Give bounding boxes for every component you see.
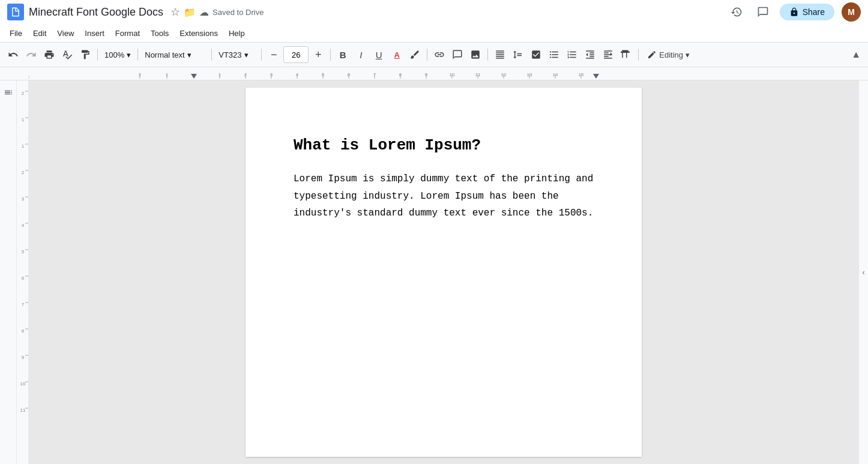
comment-button[interactable] (449, 46, 466, 64)
menu-help[interactable]: Help (224, 27, 250, 40)
menu-file[interactable]: File (5, 27, 27, 40)
text-style-arrow: ▾ (187, 50, 191, 59)
checklist-button[interactable] (528, 46, 544, 64)
divider-5 (330, 49, 331, 61)
editing-mode-select[interactable]: Editing ▾ (642, 50, 695, 59)
comments-button[interactable] (753, 2, 773, 22)
font-size-input[interactable]: 26 (283, 46, 309, 63)
divider-4 (261, 49, 262, 61)
ruler: 2 1 1 2 3 4 5 6 7 8 9 (0, 67, 868, 80)
left-margin (0, 80, 17, 464)
link-button[interactable] (431, 46, 448, 64)
app-icon (7, 4, 24, 20)
avatar[interactable]: M (842, 2, 861, 22)
document-page: What is Lorem Ipsum? Lorem Ipsum is simp… (246, 88, 642, 457)
sidebar-collapse-arrow: ‹ (863, 268, 865, 277)
document-body[interactable]: Lorem Ipsum is simply dummy text of the … (294, 170, 594, 222)
line-spacing-button[interactable] (510, 46, 526, 64)
star-icon[interactable]: ☆ (170, 5, 180, 19)
main-content: 2 1 1 2 3 4 5 6 7 8 9 (0, 80, 868, 464)
image-button[interactable] (467, 46, 484, 64)
menu-tools[interactable]: Tools (146, 27, 173, 40)
title-icons: ☆ 📁 ☁ Saved to Drive (170, 5, 264, 19)
divider-1 (97, 49, 98, 61)
text-color-button[interactable]: A (388, 46, 405, 64)
toolbar: 100% ▾ Normal text ▾ VT323 ▾ − 26 + B I … (0, 42, 868, 67)
svg-marker-36 (593, 74, 599, 79)
paint-format-button[interactable] (77, 46, 94, 64)
saved-label: Saved to Drive (212, 8, 264, 17)
svg-text:6: 6 (21, 276, 24, 281)
svg-text:5: 5 (21, 249, 24, 255)
underline-button[interactable]: U (370, 46, 387, 64)
align-button[interactable] (492, 46, 508, 64)
svg-text:4: 4 (21, 223, 24, 228)
menu-insert[interactable]: Insert (80, 27, 109, 40)
zoom-arrow: ▾ (127, 50, 131, 59)
document-area[interactable]: What is Lorem Ipsum? Lorem Ipsum is simp… (29, 80, 858, 464)
menu-extensions[interactable]: Extensions (175, 27, 223, 40)
font-size-minus[interactable]: − (265, 46, 282, 64)
bold-button[interactable]: B (334, 46, 351, 64)
zoom-select[interactable]: 100% ▾ (101, 46, 134, 64)
svg-text:10: 10 (20, 381, 25, 387)
menu-view[interactable]: View (52, 27, 79, 40)
cloud-icon: ☁ (199, 7, 209, 18)
indent-less-button[interactable] (582, 46, 598, 64)
svg-text:7: 7 (21, 302, 24, 307)
menu-bar: File Edit View Insert Format Tools Exten… (0, 24, 868, 42)
title-right: Share M (727, 2, 861, 22)
doc-title[interactable]: Minecraft Font Google Docs (29, 6, 163, 19)
svg-text:8: 8 (21, 328, 24, 334)
divider-3 (211, 49, 212, 61)
redo-button[interactable] (23, 46, 40, 64)
svg-text:2: 2 (21, 91, 24, 96)
text-style-select[interactable]: Normal text ▾ (142, 46, 208, 64)
undo-button[interactable] (5, 46, 22, 64)
svg-text:9: 9 (21, 355, 24, 360)
share-label: Share (803, 7, 825, 17)
print-button[interactable] (41, 46, 58, 64)
zoom-value: 100% (104, 50, 124, 59)
editing-arrow: ▾ (686, 50, 690, 59)
menu-edit[interactable]: Edit (28, 27, 51, 40)
toolbar-collapse-button[interactable]: ▲ (849, 47, 863, 62)
outline-icon[interactable] (4, 88, 13, 99)
svg-text:2: 2 (21, 170, 24, 175)
font-select[interactable]: VT323 ▾ (215, 46, 258, 64)
ruler-inner: 2 1 1 2 3 4 5 6 7 8 9 (29, 68, 868, 80)
divider-7 (487, 49, 488, 61)
clear-format-button[interactable] (618, 46, 634, 64)
history-button[interactable] (727, 2, 746, 22)
svg-text:3: 3 (21, 196, 24, 202)
numbered-list-button[interactable] (564, 46, 580, 64)
highlight-button[interactable] (406, 46, 423, 64)
svg-text:1: 1 (21, 117, 24, 122)
text-style-label: Normal text (145, 50, 184, 59)
right-sidebar-toggle[interactable]: ‹ (858, 80, 868, 464)
svg-text:1: 1 (21, 143, 24, 149)
font-label: VT323 (219, 50, 241, 59)
divider-2 (137, 49, 138, 61)
bullet-list-button[interactable] (546, 46, 562, 64)
svg-text:11: 11 (20, 408, 25, 413)
share-button[interactable]: Share (780, 4, 834, 20)
font-arrow: ▾ (244, 50, 249, 59)
document-heading[interactable]: What is Lorem Ipsum? (294, 136, 594, 156)
title-bar: Minecraft Font Google Docs ☆ 📁 ☁ Saved t… (0, 0, 868, 24)
editing-label: Editing (659, 50, 683, 59)
font-size-plus[interactable]: + (310, 46, 327, 64)
italic-button[interactable]: I (352, 46, 369, 64)
indent-more-button[interactable] (600, 46, 616, 64)
divider-6 (427, 49, 427, 61)
svg-marker-35 (191, 74, 197, 79)
folder-icon[interactable]: 📁 (184, 7, 196, 18)
divider-8 (638, 49, 639, 61)
menu-format[interactable]: Format (110, 27, 145, 40)
left-ruler: 2 1 1 2 3 4 5 6 7 8 9 (17, 80, 29, 464)
spellcheck-button[interactable] (59, 46, 76, 64)
